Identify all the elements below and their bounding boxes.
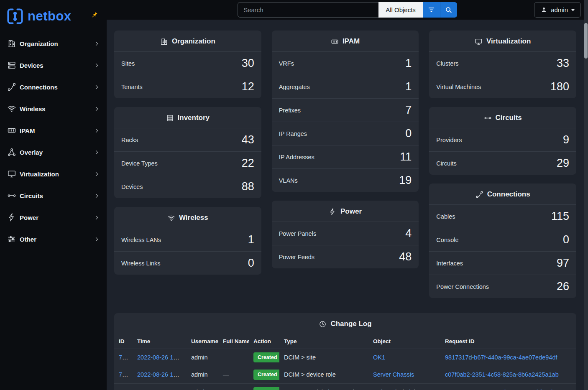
object-type-selector-button[interactable]: All Objects	[378, 2, 423, 18]
changelog-request-id-link[interactable]: 9817317d-b67f-440a-99ca-4ae07ede94df	[445, 354, 557, 361]
stat-label: Sites	[121, 60, 135, 67]
stat-label: Wireless Links	[121, 260, 160, 267]
sidebar-item-virtualization[interactable]: Virtualization	[0, 163, 107, 185]
stat-row-vrfs[interactable]: VRFs 1	[272, 51, 419, 75]
card-column-2: IPAM VRFs 1 Aggregates 1 Prefixes 7	[272, 31, 419, 298]
changelog-object: OnboardAdministrator-2	[373, 389, 438, 390]
card-ipam-header: IPAM	[272, 31, 419, 51]
changelog-type: DCIM > site	[284, 354, 316, 361]
stat-row-circuits[interactable]: Circuits 29	[429, 151, 576, 175]
card-ipam: IPAM VRFs 1 Aggregates 1 Prefixes 7	[272, 31, 419, 192]
changelog-id-link[interactable]: 753	[119, 389, 129, 390]
history-icon	[319, 320, 327, 328]
sidebar-pin-button[interactable]	[91, 11, 98, 19]
sidebar-item-circuits[interactable]: Circuits	[0, 185, 107, 206]
stat-row-ip-addresses[interactable]: IP Addresses 11	[272, 145, 419, 168]
stat-row-power-connections[interactable]: Power Connections 26	[429, 275, 576, 298]
stat-label: IP Addresses	[279, 154, 314, 161]
scrollbar-track[interactable]	[584, 0, 588, 390]
stat-row-tenants[interactable]: Tenants 12	[114, 75, 261, 98]
card-virtualization-header: Virtualization	[429, 31, 576, 51]
stat-row-devices[interactable]: Devices 88	[114, 175, 261, 198]
sidebar-item-label: Circuits	[20, 192, 95, 199]
stat-row-clusters[interactable]: Clusters 33	[429, 51, 576, 75]
stat-row-ip-ranges[interactable]: IP Ranges 0	[272, 122, 419, 145]
netbox-logo[interactable]: netbox	[6, 7, 72, 25]
stat-row-interfaces[interactable]: Interfaces 97	[429, 251, 576, 275]
sidebar-item-connections[interactable]: Connections	[0, 76, 107, 98]
stat-label: IP Ranges	[279, 130, 307, 137]
card-organization-header: Organization	[114, 31, 261, 51]
card-title-text: Organization	[172, 37, 215, 46]
sidebar-item-other[interactable]: Other	[0, 228, 107, 250]
sidebar-item-label: IPAM	[20, 127, 95, 134]
wifi-icon	[167, 214, 175, 222]
filter-button[interactable]	[423, 2, 440, 18]
sidebar-nav: Organization Devices Connections	[0, 33, 107, 250]
card-circuits: Circuits Providers 9 Circuits 29	[429, 107, 576, 175]
sidebar-item-overlay[interactable]: Overlay	[0, 141, 107, 163]
changelog-row: 755 2022-08-26 14:22 admin — Created DCI…	[114, 349, 576, 366]
card-wireless: Wireless Wireless LANs 1 Wireless Links …	[114, 207, 261, 275]
user-menu-button[interactable]: admin	[534, 2, 581, 18]
stat-row-providers[interactable]: Providers 9	[429, 128, 576, 151]
stat-row-prefixes[interactable]: Prefixes 7	[272, 98, 419, 122]
changelog-card: Change Log ID Time Username Full Name	[114, 313, 576, 390]
stat-value: 22	[242, 158, 254, 169]
stat-cards: Organization Sites 30 Tenants 12	[114, 31, 576, 298]
stat-value: 26	[557, 281, 569, 292]
stat-row-device-types[interactable]: Device Types 22	[114, 151, 261, 175]
sidebar-item-label: Wireless	[20, 105, 95, 112]
col-header-type: Type	[279, 334, 368, 349]
changelog-time-link[interactable]: 2022-08-26 14:22	[137, 354, 185, 361]
graph-icon	[7, 147, 17, 157]
changelog-time-link[interactable]: 2022-08-26 14:15	[137, 389, 185, 390]
stat-row-virtual-machines[interactable]: Virtual Machines 180	[429, 75, 576, 98]
changelog-object-link[interactable]: OK1	[373, 354, 385, 361]
stat-row-vlans[interactable]: VLANs 19	[272, 168, 419, 192]
changelog-request-id-link[interactable]: 24807c61-9952-49c6-b8a5-69760bfcc4b3	[445, 389, 558, 390]
stat-row-cables[interactable]: Cables 115	[429, 204, 576, 228]
card-title-text: Circuits	[496, 114, 522, 122]
stat-row-power-feeds[interactable]: Power Feeds 48	[272, 245, 419, 268]
sidebar-item-power[interactable]: Power	[0, 206, 107, 228]
chevron-right-icon	[94, 128, 98, 133]
stat-value: 30	[242, 58, 254, 69]
sidebar-item-ipam[interactable]: IPAM	[0, 120, 107, 141]
col-header-action: Action	[249, 334, 279, 349]
changelog-id-link[interactable]: 755	[119, 354, 129, 361]
search-input[interactable]	[238, 2, 378, 18]
server-icon	[7, 60, 17, 70]
sidebar-item-organization[interactable]: Organization	[0, 33, 107, 54]
card-inventory-header: Inventory	[114, 107, 261, 128]
changelog-time-link[interactable]: 2022-08-26 14:17	[137, 371, 185, 378]
stat-row-console[interactable]: Console 0	[429, 228, 576, 251]
sidebar-item-devices[interactable]: Devices	[0, 54, 107, 76]
stat-label: Aggregates	[279, 84, 310, 90]
changelog-object-link[interactable]: Server Chassis	[373, 371, 414, 378]
changelog-request-id-link[interactable]: c07f0ab2-2351-4c58-825a-8b6a2425a1ab	[445, 371, 559, 378]
search-group: All Objects	[238, 2, 457, 18]
stat-value: 33	[557, 58, 569, 69]
stat-row-racks[interactable]: Racks 43	[114, 128, 261, 151]
changelog-id-link[interactable]: 754	[119, 371, 129, 378]
stat-row-sites[interactable]: Sites 30	[114, 51, 261, 75]
card-power-header: Power	[272, 201, 419, 222]
bolt-icon	[329, 208, 337, 216]
stat-value: 48	[399, 251, 412, 263]
stat-row-aggregates[interactable]: Aggregates 1	[272, 75, 419, 98]
stat-row-power-panels[interactable]: Power Panels 4	[272, 222, 419, 245]
brand-text: netbox	[28, 9, 72, 24]
stat-row-wireless-lans[interactable]: Wireless LANs 1	[114, 228, 261, 251]
stat-label: Wireless LANs	[121, 237, 161, 243]
search-submit-button[interactable]	[440, 2, 457, 18]
scrollbar-thumb[interactable]	[584, 23, 588, 59]
changelog-username: admin	[191, 371, 208, 378]
stat-label: Clusters	[436, 60, 458, 67]
sidebar-item-label: Other	[20, 236, 95, 243]
stat-row-wireless-links[interactable]: Wireless Links 0	[114, 251, 261, 275]
counter-icon	[331, 38, 339, 46]
stat-value: 115	[551, 211, 569, 222]
building-icon	[160, 38, 168, 46]
sidebar-item-wireless[interactable]: Wireless	[0, 98, 107, 120]
